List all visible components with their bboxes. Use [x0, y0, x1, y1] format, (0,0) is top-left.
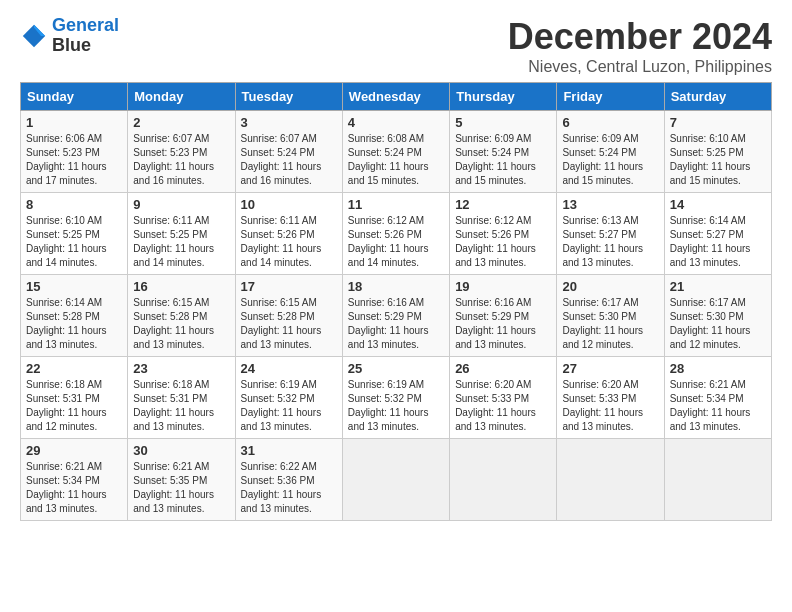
calendar-cell: 2Sunrise: 6:07 AM Sunset: 5:23 PM Daylig…: [128, 111, 235, 193]
month-title: December 2024: [508, 16, 772, 58]
calendar-cell: 9Sunrise: 6:11 AM Sunset: 5:25 PM Daylig…: [128, 193, 235, 275]
calendar-cell: 27Sunrise: 6:20 AM Sunset: 5:33 PM Dayli…: [557, 357, 664, 439]
day-info: Sunrise: 6:12 AM Sunset: 5:26 PM Dayligh…: [455, 214, 551, 270]
day-info: Sunrise: 6:07 AM Sunset: 5:23 PM Dayligh…: [133, 132, 229, 188]
calendar-cell: 4Sunrise: 6:08 AM Sunset: 5:24 PM Daylig…: [342, 111, 449, 193]
calendar-week-row: 22Sunrise: 6:18 AM Sunset: 5:31 PM Dayli…: [21, 357, 772, 439]
calendar-cell: 14Sunrise: 6:14 AM Sunset: 5:27 PM Dayli…: [664, 193, 771, 275]
calendar-cell: 12Sunrise: 6:12 AM Sunset: 5:26 PM Dayli…: [450, 193, 557, 275]
logo-text: General Blue: [52, 16, 119, 56]
day-number: 21: [670, 279, 766, 294]
day-number: 6: [562, 115, 658, 130]
day-info: Sunrise: 6:09 AM Sunset: 5:24 PM Dayligh…: [455, 132, 551, 188]
calendar-cell: [557, 439, 664, 521]
day-number: 26: [455, 361, 551, 376]
calendar-cell: 31Sunrise: 6:22 AM Sunset: 5:36 PM Dayli…: [235, 439, 342, 521]
day-info: Sunrise: 6:14 AM Sunset: 5:27 PM Dayligh…: [670, 214, 766, 270]
day-number: 30: [133, 443, 229, 458]
day-info: Sunrise: 6:12 AM Sunset: 5:26 PM Dayligh…: [348, 214, 444, 270]
day-number: 23: [133, 361, 229, 376]
calendar-cell: 6Sunrise: 6:09 AM Sunset: 5:24 PM Daylig…: [557, 111, 664, 193]
day-number: 15: [26, 279, 122, 294]
day-info: Sunrise: 6:10 AM Sunset: 5:25 PM Dayligh…: [670, 132, 766, 188]
day-number: 18: [348, 279, 444, 294]
day-info: Sunrise: 6:20 AM Sunset: 5:33 PM Dayligh…: [562, 378, 658, 434]
day-info: Sunrise: 6:14 AM Sunset: 5:28 PM Dayligh…: [26, 296, 122, 352]
day-number: 29: [26, 443, 122, 458]
header: General Blue December 2024 Nieves, Centr…: [20, 16, 772, 76]
day-info: Sunrise: 6:17 AM Sunset: 5:30 PM Dayligh…: [562, 296, 658, 352]
day-number: 16: [133, 279, 229, 294]
day-number: 20: [562, 279, 658, 294]
calendar-cell: 15Sunrise: 6:14 AM Sunset: 5:28 PM Dayli…: [21, 275, 128, 357]
day-header-thursday: Thursday: [450, 83, 557, 111]
calendar-cell: 5Sunrise: 6:09 AM Sunset: 5:24 PM Daylig…: [450, 111, 557, 193]
day-info: Sunrise: 6:21 AM Sunset: 5:35 PM Dayligh…: [133, 460, 229, 516]
day-number: 17: [241, 279, 337, 294]
day-number: 19: [455, 279, 551, 294]
calendar-cell: 19Sunrise: 6:16 AM Sunset: 5:29 PM Dayli…: [450, 275, 557, 357]
calendar-cell: 1Sunrise: 6:06 AM Sunset: 5:23 PM Daylig…: [21, 111, 128, 193]
calendar-cell: 22Sunrise: 6:18 AM Sunset: 5:31 PM Dayli…: [21, 357, 128, 439]
day-info: Sunrise: 6:11 AM Sunset: 5:26 PM Dayligh…: [241, 214, 337, 270]
day-number: 2: [133, 115, 229, 130]
day-info: Sunrise: 6:18 AM Sunset: 5:31 PM Dayligh…: [133, 378, 229, 434]
day-number: 11: [348, 197, 444, 212]
calendar-cell: 10Sunrise: 6:11 AM Sunset: 5:26 PM Dayli…: [235, 193, 342, 275]
calendar-cell: 18Sunrise: 6:16 AM Sunset: 5:29 PM Dayli…: [342, 275, 449, 357]
calendar-week-row: 15Sunrise: 6:14 AM Sunset: 5:28 PM Dayli…: [21, 275, 772, 357]
day-number: 12: [455, 197, 551, 212]
calendar-cell: 21Sunrise: 6:17 AM Sunset: 5:30 PM Dayli…: [664, 275, 771, 357]
calendar-week-row: 1Sunrise: 6:06 AM Sunset: 5:23 PM Daylig…: [21, 111, 772, 193]
day-number: 10: [241, 197, 337, 212]
day-info: Sunrise: 6:13 AM Sunset: 5:27 PM Dayligh…: [562, 214, 658, 270]
day-info: Sunrise: 6:21 AM Sunset: 5:34 PM Dayligh…: [26, 460, 122, 516]
day-number: 28: [670, 361, 766, 376]
calendar-cell: 25Sunrise: 6:19 AM Sunset: 5:32 PM Dayli…: [342, 357, 449, 439]
calendar-cell: 23Sunrise: 6:18 AM Sunset: 5:31 PM Dayli…: [128, 357, 235, 439]
day-number: 13: [562, 197, 658, 212]
day-info: Sunrise: 6:20 AM Sunset: 5:33 PM Dayligh…: [455, 378, 551, 434]
day-info: Sunrise: 6:16 AM Sunset: 5:29 PM Dayligh…: [455, 296, 551, 352]
day-info: Sunrise: 6:16 AM Sunset: 5:29 PM Dayligh…: [348, 296, 444, 352]
calendar-cell: 7Sunrise: 6:10 AM Sunset: 5:25 PM Daylig…: [664, 111, 771, 193]
day-number: 25: [348, 361, 444, 376]
calendar-cell: 11Sunrise: 6:12 AM Sunset: 5:26 PM Dayli…: [342, 193, 449, 275]
day-info: Sunrise: 6:09 AM Sunset: 5:24 PM Dayligh…: [562, 132, 658, 188]
calendar-week-row: 8Sunrise: 6:10 AM Sunset: 5:25 PM Daylig…: [21, 193, 772, 275]
day-info: Sunrise: 6:21 AM Sunset: 5:34 PM Dayligh…: [670, 378, 766, 434]
calendar-cell: 28Sunrise: 6:21 AM Sunset: 5:34 PM Dayli…: [664, 357, 771, 439]
day-header-friday: Friday: [557, 83, 664, 111]
logo: General Blue: [20, 16, 119, 56]
day-number: 5: [455, 115, 551, 130]
calendar-header-row: SundayMondayTuesdayWednesdayThursdayFrid…: [21, 83, 772, 111]
day-number: 27: [562, 361, 658, 376]
subtitle: Nieves, Central Luzon, Philippines: [508, 58, 772, 76]
day-info: Sunrise: 6:10 AM Sunset: 5:25 PM Dayligh…: [26, 214, 122, 270]
calendar-cell: 17Sunrise: 6:15 AM Sunset: 5:28 PM Dayli…: [235, 275, 342, 357]
day-info: Sunrise: 6:19 AM Sunset: 5:32 PM Dayligh…: [241, 378, 337, 434]
day-info: Sunrise: 6:17 AM Sunset: 5:30 PM Dayligh…: [670, 296, 766, 352]
day-header-wednesday: Wednesday: [342, 83, 449, 111]
day-info: Sunrise: 6:11 AM Sunset: 5:25 PM Dayligh…: [133, 214, 229, 270]
day-number: 3: [241, 115, 337, 130]
day-header-saturday: Saturday: [664, 83, 771, 111]
day-info: Sunrise: 6:07 AM Sunset: 5:24 PM Dayligh…: [241, 132, 337, 188]
day-header-sunday: Sunday: [21, 83, 128, 111]
day-info: Sunrise: 6:08 AM Sunset: 5:24 PM Dayligh…: [348, 132, 444, 188]
calendar-table: SundayMondayTuesdayWednesdayThursdayFrid…: [20, 82, 772, 521]
calendar-cell: [342, 439, 449, 521]
calendar-cell: [450, 439, 557, 521]
title-area: December 2024 Nieves, Central Luzon, Phi…: [508, 16, 772, 76]
calendar-cell: 3Sunrise: 6:07 AM Sunset: 5:24 PM Daylig…: [235, 111, 342, 193]
logo-icon: [20, 22, 48, 50]
day-number: 7: [670, 115, 766, 130]
day-header-monday: Monday: [128, 83, 235, 111]
day-info: Sunrise: 6:18 AM Sunset: 5:31 PM Dayligh…: [26, 378, 122, 434]
day-number: 4: [348, 115, 444, 130]
calendar-cell: 26Sunrise: 6:20 AM Sunset: 5:33 PM Dayli…: [450, 357, 557, 439]
calendar-cell: 29Sunrise: 6:21 AM Sunset: 5:34 PM Dayli…: [21, 439, 128, 521]
calendar-cell: 16Sunrise: 6:15 AM Sunset: 5:28 PM Dayli…: [128, 275, 235, 357]
day-info: Sunrise: 6:19 AM Sunset: 5:32 PM Dayligh…: [348, 378, 444, 434]
calendar-cell: 20Sunrise: 6:17 AM Sunset: 5:30 PM Dayli…: [557, 275, 664, 357]
